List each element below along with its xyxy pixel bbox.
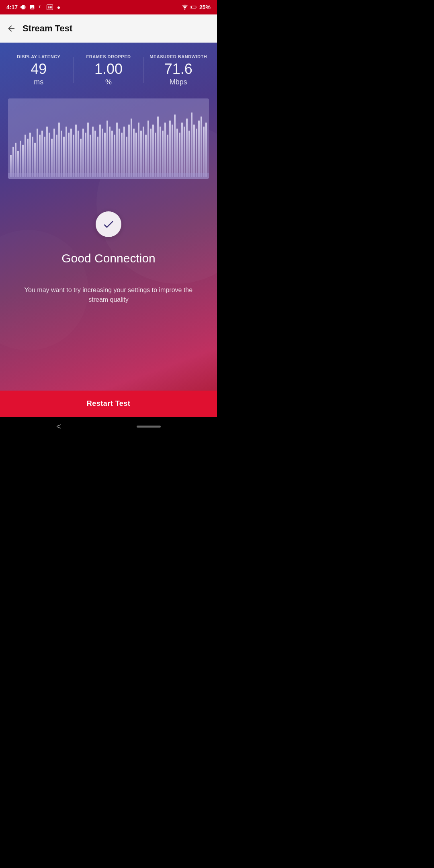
svg-rect-51 bbox=[114, 135, 115, 177]
svg-rect-9 bbox=[12, 147, 14, 177]
svg-rect-22 bbox=[44, 137, 45, 177]
svg-rect-28 bbox=[58, 123, 60, 177]
svg-rect-74 bbox=[169, 121, 171, 177]
frames-dropped-stat: FRAMES DROPPED 1.00 % bbox=[74, 54, 143, 86]
chart-inner bbox=[8, 98, 209, 179]
svg-rect-44 bbox=[97, 137, 98, 177]
svg-rect-76 bbox=[174, 115, 176, 177]
svg-rect-18 bbox=[34, 143, 36, 177]
svg-rect-25 bbox=[51, 139, 53, 177]
svg-rect-79 bbox=[181, 123, 183, 177]
svg-rect-48 bbox=[106, 121, 108, 177]
svg-rect-35 bbox=[75, 125, 77, 177]
svg-rect-36 bbox=[78, 131, 79, 177]
measured-bandwidth-label: MEASURED BANDWIDTH bbox=[143, 54, 213, 59]
svg-rect-50 bbox=[111, 131, 113, 177]
svg-rect-69 bbox=[157, 117, 159, 177]
svg-rect-33 bbox=[70, 129, 72, 177]
svg-rect-80 bbox=[184, 127, 185, 177]
svg-rect-17 bbox=[32, 137, 33, 177]
svg-rect-14 bbox=[25, 135, 26, 177]
frames-dropped-label: FRAMES DROPPED bbox=[74, 54, 143, 59]
svg-rect-46 bbox=[102, 129, 103, 177]
svg-rect-58 bbox=[131, 119, 132, 177]
vibrate-icon bbox=[20, 4, 27, 10]
svg-point-3 bbox=[184, 8, 186, 10]
nytimes-icon: T bbox=[38, 4, 44, 10]
svg-rect-55 bbox=[123, 127, 125, 177]
svg-rect-61 bbox=[138, 123, 139, 177]
svg-rect-86 bbox=[198, 121, 200, 177]
svg-rect-27 bbox=[56, 135, 57, 177]
svg-rect-21 bbox=[41, 131, 43, 177]
svg-rect-70 bbox=[160, 127, 161, 177]
svg-rect-62 bbox=[140, 131, 142, 177]
status-left: 4:17 T BR ● bbox=[6, 4, 62, 10]
display-latency-value: 49 bbox=[4, 61, 74, 77]
checkmark-icon bbox=[102, 218, 115, 231]
bleacher-report-icon: BR bbox=[47, 4, 53, 10]
svg-rect-39 bbox=[85, 133, 86, 177]
bandwidth-chart bbox=[8, 98, 209, 179]
svg-rect-32 bbox=[68, 133, 70, 177]
svg-rect-15 bbox=[27, 139, 29, 177]
frames-dropped-unit: % bbox=[74, 78, 143, 86]
svg-rect-42 bbox=[92, 127, 94, 177]
nav-bar: < bbox=[0, 417, 217, 436]
svg-rect-67 bbox=[152, 125, 154, 177]
svg-rect-49 bbox=[109, 127, 111, 177]
svg-rect-65 bbox=[147, 121, 149, 177]
svg-rect-52 bbox=[116, 123, 118, 177]
svg-rect-34 bbox=[73, 135, 74, 177]
svg-rect-85 bbox=[196, 129, 197, 177]
svg-rect-59 bbox=[133, 129, 135, 177]
svg-rect-73 bbox=[167, 135, 168, 177]
stats-row: DISPLAY LATENCY 49 ms FRAMES DROPPED 1.0… bbox=[0, 43, 217, 90]
svg-rect-83 bbox=[191, 113, 192, 177]
svg-rect-66 bbox=[150, 129, 151, 177]
measured-bandwidth-unit: Mbps bbox=[143, 78, 213, 86]
result-section: Good Connection You may want to try incr… bbox=[0, 187, 217, 337]
svg-text:BR: BR bbox=[48, 6, 52, 9]
svg-rect-64 bbox=[145, 135, 147, 177]
restart-test-button[interactable]: Restart Test bbox=[0, 391, 217, 417]
nav-back-button[interactable]: < bbox=[56, 422, 61, 431]
svg-rect-82 bbox=[188, 131, 190, 177]
measured-bandwidth-stat: MEASURED BANDWIDTH 71.6 Mbps bbox=[143, 54, 213, 86]
svg-rect-60 bbox=[135, 133, 137, 177]
svg-rect-78 bbox=[179, 133, 180, 177]
page-title: Stream Test bbox=[23, 23, 72, 34]
main-content: DISPLAY LATENCY 49 ms FRAMES DROPPED 1.0… bbox=[0, 43, 217, 391]
svg-rect-47 bbox=[104, 133, 106, 177]
svg-rect-38 bbox=[82, 129, 84, 177]
svg-rect-71 bbox=[162, 131, 164, 177]
svg-rect-20 bbox=[39, 135, 41, 177]
nav-home-indicator[interactable] bbox=[137, 426, 161, 428]
svg-rect-6 bbox=[191, 6, 192, 8]
svg-rect-75 bbox=[172, 125, 173, 177]
back-button[interactable] bbox=[6, 24, 16, 33]
status-bar: 4:17 T BR ● bbox=[0, 0, 217, 14]
svg-rect-56 bbox=[126, 137, 127, 177]
svg-rect-30 bbox=[63, 137, 65, 177]
svg-rect-81 bbox=[186, 119, 188, 177]
result-title: Good Connection bbox=[61, 252, 156, 265]
svg-rect-41 bbox=[90, 135, 91, 177]
svg-rect-23 bbox=[46, 127, 48, 177]
status-time: 4:17 bbox=[6, 4, 18, 10]
display-latency-unit: ms bbox=[4, 78, 74, 86]
svg-rect-37 bbox=[80, 139, 82, 177]
svg-rect-72 bbox=[164, 123, 166, 177]
svg-rect-26 bbox=[53, 129, 55, 177]
photos-icon bbox=[29, 4, 35, 10]
svg-rect-53 bbox=[119, 129, 120, 177]
svg-rect-88 bbox=[203, 127, 205, 177]
svg-rect-45 bbox=[99, 125, 101, 177]
svg-rect-29 bbox=[61, 131, 62, 177]
svg-rect-19 bbox=[37, 129, 38, 177]
battery-pct: 25% bbox=[199, 4, 211, 10]
svg-text:T: T bbox=[39, 5, 41, 9]
dot-icon: ● bbox=[55, 4, 62, 10]
chart-svg bbox=[8, 98, 209, 179]
svg-rect-77 bbox=[176, 129, 178, 177]
